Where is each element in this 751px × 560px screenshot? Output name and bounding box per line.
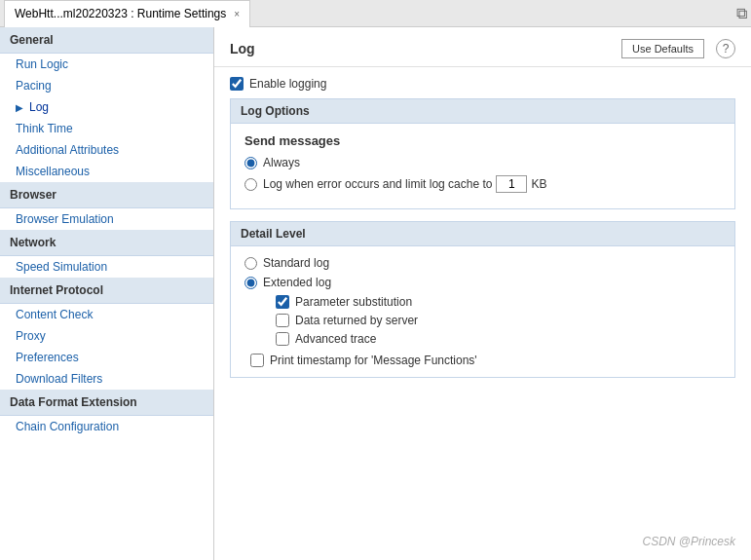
- log-cache-unit: KB: [531, 177, 546, 191]
- tab-close-button[interactable]: ×: [234, 9, 240, 19]
- log-error-radio[interactable]: [244, 178, 257, 191]
- log-options-header: Log Options: [231, 99, 734, 124]
- detail-suboptions: Parameter substitution Data returned by …: [270, 295, 721, 346]
- standard-log-radio[interactable]: [244, 257, 257, 270]
- resize-icon[interactable]: ⧉: [736, 5, 751, 22]
- main-container: General Run Logic Pacing ▶ Log Think Tim…: [0, 27, 751, 560]
- sidebar-section-internet-protocol: Internet Protocol: [0, 278, 213, 304]
- watermark: CSDN @Princesk: [642, 535, 735, 548]
- sidebar-arrow-icon: ▶: [16, 102, 23, 113]
- data-returned-row: Data returned by server: [276, 314, 721, 327]
- sidebar-item-chain-configuration[interactable]: Chain Configuration: [0, 416, 213, 437]
- enable-logging-label: Enable logging: [249, 77, 326, 91]
- send-messages-title: Send messages: [244, 133, 721, 148]
- data-returned-checkbox[interactable]: [276, 314, 289, 327]
- detail-level-panel: Detail Level Standard log Extended log P…: [230, 221, 735, 378]
- extended-log-label: Extended log: [263, 276, 331, 289]
- parameter-substitution-label: Parameter substitution: [295, 295, 412, 309]
- advanced-trace-label: Advanced trace: [295, 332, 376, 346]
- sidebar-item-browser-emulation[interactable]: Browser Emulation: [0, 208, 213, 230]
- always-radio-row: Always: [244, 156, 721, 169]
- standard-log-label: Standard log: [263, 256, 329, 270]
- sidebar-item-log[interactable]: ▶ Log: [0, 96, 213, 118]
- advanced-trace-row: Advanced trace: [276, 332, 721, 346]
- content-area: Log Use Defaults ? Enable logging Log Op…: [214, 27, 751, 560]
- tab[interactable]: WebHtt...ml20220323 : Runtime Settings ×: [4, 0, 250, 27]
- sidebar-item-speed-simulation[interactable]: Speed Simulation: [0, 256, 213, 278]
- sidebar-section-browser: Browser: [0, 182, 213, 208]
- sidebar-section-general: General: [0, 27, 213, 54]
- sidebar-item-think-time[interactable]: Think Time: [0, 118, 213, 139]
- sidebar-item-pacing[interactable]: Pacing: [0, 75, 213, 96]
- title-bar: WebHtt...ml20220323 : Runtime Settings ×…: [0, 0, 751, 27]
- print-timestamp-checkbox[interactable]: [250, 354, 264, 367]
- detail-options-body: Standard log Extended log Parameter subs…: [231, 246, 734, 377]
- parameter-substitution-row: Parameter substitution: [276, 295, 721, 309]
- standard-log-row: Standard log: [244, 256, 721, 270]
- sidebar-item-miscellaneous[interactable]: Miscellaneous: [0, 161, 213, 182]
- sidebar-section-data-format: Data Format Extension: [0, 390, 213, 416]
- enable-logging-checkbox[interactable]: [230, 77, 244, 91]
- content-header: Log Use Defaults ?: [214, 27, 751, 67]
- sidebar-item-download-filters[interactable]: Download Filters: [0, 368, 213, 390]
- sidebar-section-network: Network: [0, 230, 213, 256]
- sidebar-item-additional-attributes[interactable]: Additional Attributes: [0, 139, 213, 161]
- tab-label: WebHtt...ml20220323 : Runtime Settings: [15, 7, 226, 20]
- sidebar-item-proxy[interactable]: Proxy: [0, 325, 213, 347]
- print-timestamp-row: Print timestamp for 'Message Functions': [250, 354, 721, 367]
- log-error-radio-row: Log when error occurs and limit log cach…: [244, 175, 721, 193]
- sidebar-item-content-check[interactable]: Content Check: [0, 304, 213, 325]
- extended-log-row: Extended log: [244, 276, 721, 289]
- detail-level-header: Detail Level: [231, 222, 734, 246]
- enable-logging-row: Enable logging: [230, 77, 735, 91]
- always-label: Always: [263, 156, 300, 169]
- log-error-label: Log when error occurs and limit log cach…: [263, 175, 546, 193]
- always-radio[interactable]: [244, 157, 257, 169]
- log-options-panel: Log Options Send messages Always Log whe…: [230, 98, 735, 209]
- sidebar-item-run-logic[interactable]: Run Logic: [0, 54, 213, 75]
- print-timestamp-label: Print timestamp for 'Message Functions': [270, 354, 477, 367]
- page-title: Log: [230, 41, 255, 56]
- parameter-substitution-checkbox[interactable]: [276, 295, 289, 309]
- help-icon[interactable]: ?: [716, 39, 735, 58]
- log-cache-input[interactable]: [496, 175, 527, 193]
- sidebar-item-preferences[interactable]: Preferences: [0, 347, 213, 368]
- content-body: Enable logging Log Options Send messages…: [214, 67, 751, 399]
- log-options-body: Send messages Always Log when error occu…: [231, 124, 734, 208]
- advanced-trace-checkbox[interactable]: [276, 332, 289, 346]
- data-returned-label: Data returned by server: [295, 314, 418, 327]
- extended-log-radio[interactable]: [244, 277, 257, 289]
- use-defaults-button[interactable]: Use Defaults: [621, 39, 704, 58]
- sidebar: General Run Logic Pacing ▶ Log Think Tim…: [0, 27, 214, 560]
